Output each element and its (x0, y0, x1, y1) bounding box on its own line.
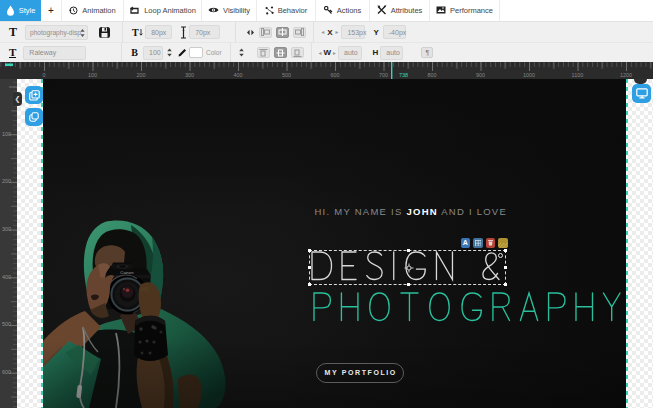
svg-text:1200: 1200 (620, 72, 632, 78)
svg-text:900: 900 (476, 72, 485, 78)
svg-text:500: 500 (2, 321, 11, 327)
svg-text:Canon: Canon (120, 270, 134, 275)
svg-text:800: 800 (427, 72, 436, 78)
svg-text:400: 400 (233, 72, 242, 78)
svg-text:100: 100 (88, 72, 97, 78)
svg-text:1000: 1000 (523, 72, 535, 78)
svg-text:0: 0 (42, 72, 45, 78)
svg-text:200: 200 (136, 72, 145, 78)
svg-text:400: 400 (2, 274, 11, 280)
svg-text:600: 600 (2, 369, 11, 375)
svg-text:500: 500 (282, 72, 291, 78)
svg-text:600: 600 (330, 72, 339, 78)
svg-text:700: 700 (379, 72, 388, 78)
svg-text:300: 300 (2, 226, 11, 232)
svg-text:200: 200 (2, 178, 11, 184)
svg-text:1100: 1100 (572, 72, 584, 78)
svg-text:100: 100 (2, 131, 11, 137)
svg-text:738: 738 (399, 72, 408, 78)
svg-text:300: 300 (185, 72, 194, 78)
